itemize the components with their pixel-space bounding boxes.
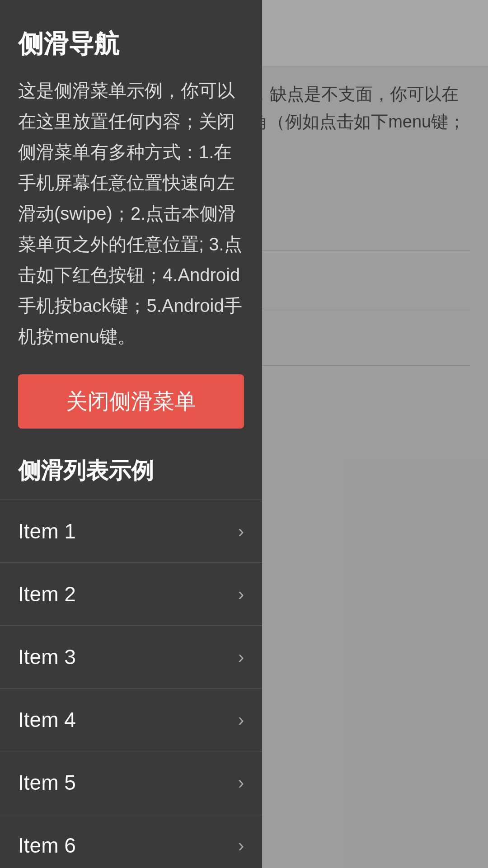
sidebar-item-label-3: Item 3 (18, 645, 76, 669)
sidebar-item-6[interactable]: Item 6 › (0, 814, 262, 868)
sidebar-item-label-6: Item 6 (18, 833, 76, 858)
chevron-icon-2: › (238, 584, 244, 604)
sidebar-item-2[interactable]: Item 2 › (0, 563, 262, 626)
sidebar-list-title: 侧滑列表示例 (0, 447, 262, 500)
sidebar-item-label-1: Item 1 (18, 519, 76, 543)
chevron-icon-4: › (238, 710, 244, 730)
sidebar-item-3[interactable]: Item 3 › (0, 626, 262, 689)
dim-overlay[interactable] (262, 0, 488, 868)
close-button-wrapper: 关闭侧滑菜单 (0, 365, 262, 447)
chevron-icon-3: › (238, 647, 244, 667)
sidebar-item-5[interactable]: Item 5 › (0, 751, 262, 814)
chevron-icon-6: › (238, 835, 244, 856)
sidebar-title: 侧滑导航 (18, 27, 244, 61)
sidebar-item-label-2: Item 2 (18, 582, 76, 606)
sidebar-item-label-4: Item 4 (18, 708, 76, 732)
sidebar-item-4[interactable]: Item 4 › (0, 689, 262, 751)
close-sidebar-button[interactable]: 关闭侧滑菜单 (18, 374, 244, 429)
chevron-icon-1: › (238, 521, 244, 542)
sidebar-item-1[interactable]: Item 1 › (0, 500, 262, 563)
sidebar-item-label-5: Item 5 (18, 770, 76, 795)
sidebar-header: 侧滑导航 这是侧滑菜单示例，你可以在这里放置任何内容；关闭侧滑菜单有多种方式：1… (0, 0, 262, 365)
sidebar-description: 这是侧滑菜单示例，你可以在这里放置任何内容；关闭侧滑菜单有多种方式：1.在手机屏… (18, 75, 244, 352)
chevron-icon-5: › (238, 773, 244, 793)
sidebar: 侧滑导航 这是侧滑菜单示例，你可以在这里放置任何内容；关闭侧滑菜单有多种方式：1… (0, 0, 262, 868)
